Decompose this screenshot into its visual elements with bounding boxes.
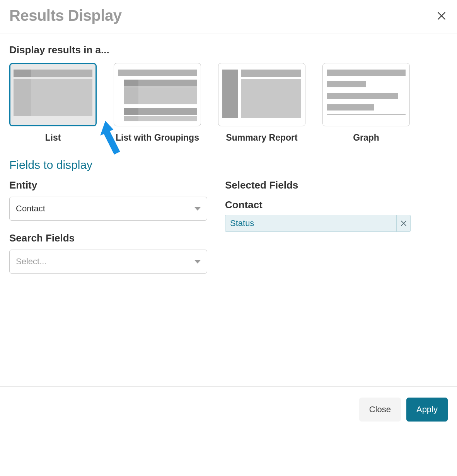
close-icon[interactable] [435,10,448,22]
entity-select[interactable]: Contact [9,197,207,221]
close-button[interactable]: Close [359,398,401,422]
modal-footer: Close Apply [0,386,457,432]
selected-group-label: Contact [225,199,411,211]
search-fields-placeholder: Select... [16,257,46,267]
display-option-list-label: List [45,133,61,143]
fields-heading: Fields to display [9,158,448,172]
search-fields-select[interactable]: Select... [9,250,207,274]
display-option-list[interactable] [9,63,97,126]
display-option-list-group-wrap: List with Groupings [114,63,201,143]
chevron-down-icon [194,260,201,264]
fields-columns: Entity Contact Search Fields Select... S… [9,179,448,285]
list-icon [14,67,92,122]
graph-icon [327,67,406,122]
display-option-graph[interactable] [322,63,410,126]
display-option-list-group-label: List with Groupings [116,133,199,143]
fields-right-column: Selected Fields Contact Status [225,179,411,285]
display-option-list-wrap: List [9,63,97,143]
apply-button[interactable]: Apply [406,398,448,422]
modal-title: Results Display [9,7,121,24]
entity-select-value: Contact [16,204,45,214]
display-option-graph-label: Graph [353,133,379,143]
selected-field-chip-label: Status [225,215,396,231]
display-option-summary-wrap: Summary Report [218,63,305,143]
modal-header: Results Display [0,0,457,34]
fields-left-column: Entity Contact Search Fields Select... [9,179,207,285]
selected-fields-label: Selected Fields [225,179,411,191]
display-type-row: List List with Groupings [9,63,448,143]
fields-section: Fields to display Entity Contact Search … [9,158,448,285]
display-section-heading: Display results in a... [9,44,448,56]
close-icon [401,221,406,226]
selected-field-chip: Status [225,215,411,232]
display-option-list-group[interactable] [114,63,201,126]
entity-label: Entity [9,179,207,191]
display-option-summary-label: Summary Report [226,133,297,143]
display-option-graph-wrap: Graph [322,63,410,143]
chevron-down-icon [194,207,201,211]
remove-chip-button[interactable] [396,215,410,231]
search-fields-label: Search Fields [9,232,207,244]
list-group-icon [118,67,197,122]
display-option-summary[interactable] [218,63,305,126]
summary-icon [222,67,301,122]
modal-body: Display results in a... List [0,34,457,289]
